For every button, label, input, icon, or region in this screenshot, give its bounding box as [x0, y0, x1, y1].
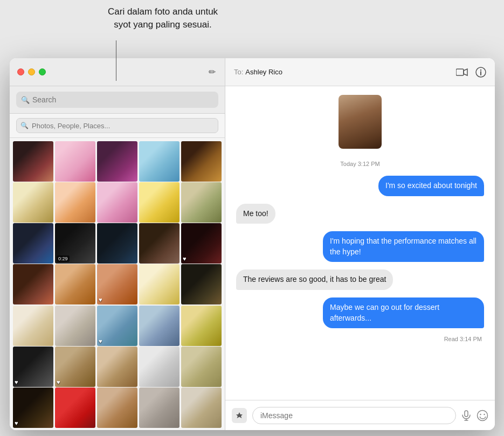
search-icon: 🔍 — [21, 96, 30, 104]
svg-point-9 — [484, 413, 485, 414]
photo-cell[interactable] — [13, 264, 53, 304]
svg-point-8 — [480, 413, 481, 414]
close-button[interactable] — [17, 68, 24, 75]
message-input[interactable] — [252, 407, 456, 424]
messages-title-bar: To: Ashley Rico — [225, 58, 495, 86]
photo-cell[interactable]: ♥ — [13, 347, 53, 387]
photo-cell[interactable] — [139, 387, 179, 428]
message-input-area — [225, 400, 495, 430]
messages-panel: To: Ashley Rico — [225, 58, 495, 430]
photos-search-bar: 🔍 — [10, 114, 225, 138]
message-row-incoming: The reviews are so good, it has to be gr… — [236, 269, 484, 290]
annotation-text: Cari dalam foto anda untuk syot yang pal… — [108, 5, 218, 31]
message-bubble: Me too! — [236, 204, 275, 224]
photo-cell[interactable] — [181, 264, 222, 304]
svg-rect-0 — [456, 69, 464, 75]
photos-panel: ✏ 🔍 🔍 0:29♥♥♥♥♥♥ — [10, 58, 225, 430]
photo-cell[interactable] — [97, 347, 137, 387]
duration-badge: 0:29 — [57, 255, 70, 262]
photo-cell[interactable] — [55, 387, 95, 428]
message-row-outgoing: I'm so excited about tonight — [236, 176, 484, 196]
photo-cell[interactable] — [55, 306, 95, 346]
message-row-outgoing: Maybe we can go out for dessert afterwar… — [236, 297, 484, 328]
photo-cell[interactable] — [181, 306, 222, 346]
info-icon[interactable] — [475, 67, 486, 78]
photo-cell[interactable] — [139, 141, 179, 182]
photos-search-input[interactable] — [16, 118, 218, 133]
photo-cell[interactable] — [13, 141, 53, 182]
minimize-button[interactable] — [28, 68, 35, 75]
photo-cell[interactable] — [139, 264, 179, 304]
profile-image — [339, 95, 382, 149]
photo-cell[interactable] — [181, 141, 222, 182]
photos-search-icon: 🔍 — [20, 122, 29, 129]
photo-cell[interactable]: ♥ — [97, 264, 137, 304]
photo-grid: 0:29♥♥♥♥♥♥ — [10, 138, 225, 430]
annotation-line — [116, 40, 116, 81]
photo-cell[interactable]: ♥ — [13, 387, 53, 428]
message-row-outgoing: I'm hoping that the performance matches … — [236, 231, 484, 262]
messages-search-bar: 🔍 — [10, 86, 225, 114]
emoji-icon[interactable] — [477, 410, 488, 421]
compose-icon[interactable]: ✏ — [206, 67, 217, 78]
maximize-button[interactable] — [39, 68, 46, 75]
app-store-icon[interactable] — [232, 408, 247, 423]
to-label: To: — [234, 68, 243, 76]
profile-image-container — [236, 95, 484, 149]
message-row-incoming: Me too! — [236, 204, 484, 224]
svg-rect-4 — [465, 411, 468, 417]
photo-cell[interactable] — [97, 182, 137, 223]
app-window: ✏ 🔍 🔍 0:29♥♥♥♥♥♥ To: Ashley Rico — [10, 58, 495, 430]
photo-cell[interactable] — [181, 387, 222, 428]
messages-search-input[interactable] — [16, 92, 218, 108]
photo-cell[interactable] — [181, 182, 222, 223]
read-receipt: Read 3:14 PM — [236, 336, 482, 342]
traffic-lights — [17, 68, 46, 75]
photo-cell[interactable] — [55, 264, 95, 304]
voice-icon[interactable] — [461, 410, 471, 421]
svg-point-3 — [480, 69, 481, 70]
message-bubble: I'm hoping that the performance matches … — [323, 231, 484, 262]
photo-cell[interactable] — [139, 223, 179, 264]
photo-cell[interactable] — [13, 306, 53, 346]
message-bubble: The reviews are so good, it has to be gr… — [236, 269, 393, 290]
photo-cell[interactable]: ♥ — [97, 306, 137, 346]
photo-cell[interactable] — [13, 182, 53, 223]
message-bubble: Maybe we can go out for dessert afterwar… — [323, 297, 484, 328]
recipient-name: Ashley Rico — [245, 68, 456, 76]
photo-cell[interactable] — [55, 182, 95, 223]
messages-area: Today 3:12 PMI'm so excited about tonigh… — [225, 86, 495, 400]
photo-cell[interactable] — [97, 141, 137, 182]
photo-cell[interactable]: ♥ — [181, 223, 222, 264]
photo-cell[interactable]: 0:29 — [55, 223, 95, 264]
photo-cell[interactable] — [55, 141, 95, 182]
messages-actions — [456, 67, 486, 78]
photo-cell[interactable] — [13, 223, 53, 264]
photo-cell[interactable] — [139, 182, 179, 223]
photo-cell[interactable] — [139, 306, 179, 346]
photo-cell[interactable]: ♥ — [55, 347, 95, 387]
left-title-bar: ✏ — [10, 58, 225, 86]
message-bubble: I'm so excited about tonight — [378, 176, 484, 196]
photo-cell[interactable] — [139, 347, 179, 387]
video-call-icon[interactable] — [456, 68, 468, 77]
photo-cell[interactable] — [97, 223, 137, 264]
photo-cell[interactable] — [97, 387, 137, 428]
message-timestamp: Today 3:12 PM — [236, 161, 484, 167]
photo-cell[interactable] — [181, 347, 222, 387]
